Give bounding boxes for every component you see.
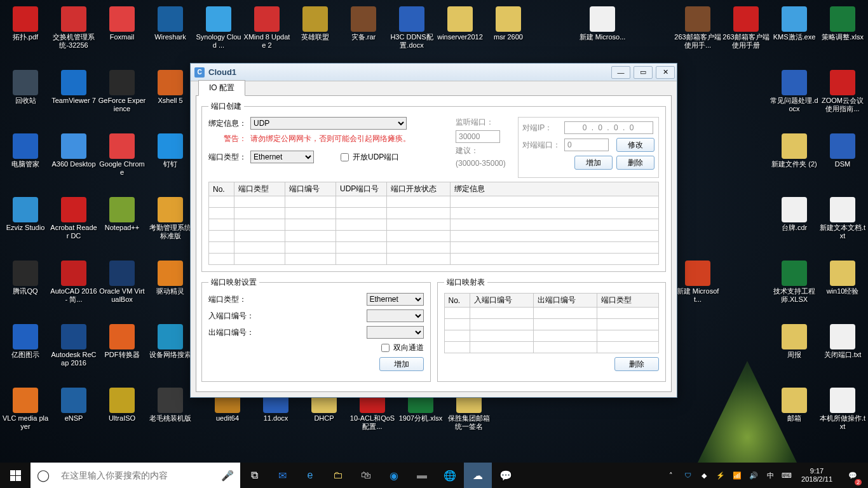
desktop-icon[interactable]: 邮箱 [770,388,818,423]
tray-ime[interactable]: 中 [764,471,776,480]
desktop-icon[interactable]: 263邮箱客户端使用手... [674,6,722,50]
desktop-icon[interactable]: 腾讯QQ [1,261,50,295]
desktop-icon[interactable]: UltraISO [98,388,146,423]
notification-button[interactable]: 💬 2 [841,463,864,488]
peer-ip-input[interactable] [564,121,653,134]
taskbar-explorer[interactable]: 🗀 [324,463,352,488]
desktop-icon[interactable]: eNSP [50,388,98,423]
desktop-icon[interactable]: 老毛桃装机版 [146,388,194,423]
desktop-icon[interactable]: Synology Cloud ... [194,6,243,50]
desktop-icon[interactable]: GeForce Experience [98,70,146,113]
table-row[interactable] [444,308,659,319]
desktop-icon[interactable]: Oracle VM VirtualBox [98,261,146,304]
desktop-icon[interactable]: PDF转换器 [98,324,146,359]
cortana-icon[interactable]: ◯ [31,468,56,482]
mic-icon[interactable]: 🎤 [215,470,240,482]
out-port-select[interactable] [367,326,424,339]
taskbar-app1[interactable]: ▬ [408,463,436,488]
desktop-icon[interactable]: Acrobat Reader DC [50,197,98,240]
desktop-icon[interactable]: Wireshark [146,6,194,41]
table-row[interactable] [209,254,659,265]
maximize-button[interactable]: ▭ [634,66,653,79]
desktop-icon[interactable]: ZOOM云会议使用指南... [818,70,867,113]
desktop-icon[interactable]: 设备网络搜索 [146,324,194,359]
peer-port-input[interactable] [564,139,609,151]
map-port-type-select[interactable]: Ethernet [367,293,424,306]
tray-app-icon[interactable]: ◆ [698,471,710,480]
desktop-icon[interactable]: Autodesk ReCap 2016 [50,324,98,367]
title-bar[interactable]: C Cloud1 — ▭ ✕ [191,64,677,81]
desktop-icon[interactable]: winserver2012 [436,6,484,41]
desktop-icon[interactable]: 策略调整.xlsx [818,6,867,41]
desktop-icon[interactable]: A360 Desktop [50,133,98,168]
desktop-icon[interactable]: 拓扑.pdf [1,6,50,41]
desktop-icon[interactable]: 新建 Microsoft... [674,261,722,304]
desktop-icon[interactable]: 灾备.rar [339,6,388,41]
taskbar-clock[interactable]: 9:17 2018/2/11 [797,467,836,484]
map-add-button[interactable]: 增加 [379,357,424,371]
desktop-icon[interactable]: 钉钉 [146,133,194,168]
table-row[interactable] [209,219,659,231]
close-button[interactable]: ✕ [656,66,675,79]
desktop-icon[interactable]: 电脑管家 [1,133,50,168]
desktop-icon[interactable]: H3C DDNS配置.docx [388,6,436,50]
tray-network-icon[interactable]: ⚡ [715,471,726,480]
taskbar-chrome[interactable]: 🌐 [436,463,464,488]
open-udp-checkbox[interactable] [341,153,349,161]
desktop-icon[interactable]: VLC media player [1,388,50,431]
taskbar-wechat[interactable]: 💬 [492,463,520,488]
desktop-icon[interactable]: win10经验 [818,261,867,295]
desktop-icon[interactable]: 回收站 [1,70,50,105]
desktop-icon[interactable]: 技术支持工程师.XLSX [770,261,818,304]
desktop-icon[interactable]: TeamViewer 7 [50,70,98,105]
taskbar-search[interactable]: ◯ 🎤 [31,463,240,488]
table-row[interactable] [209,242,659,254]
desktop-icon[interactable]: 英雄联盟 [291,6,339,41]
task-view-icon[interactable]: ⧉ [240,463,268,488]
desktop-icon[interactable]: AutoCAD 2016 - 简... [50,261,98,304]
search-input[interactable] [56,463,215,488]
bind-info-select[interactable]: UDP [250,117,407,130]
desktop-icon[interactable]: KMS激活.exe [770,6,818,41]
desktop-icon[interactable]: 亿图图示 [1,324,50,359]
desktop-icon[interactable]: 驱动精灵 [146,261,194,295]
bidirectional-checkbox[interactable] [381,344,390,352]
map-delete-button[interactable]: 删除 [614,357,659,371]
modify-button[interactable]: 修改 [616,138,654,152]
delete-port-button[interactable]: 删除 [616,156,654,170]
tray-wifi-icon[interactable]: 📶 [731,471,743,480]
taskbar-edge[interactable]: e [296,463,324,488]
desktop-icon[interactable]: 常见问题处理.docx [770,70,818,113]
desktop-icon[interactable]: 交换机管理系统-32256 [50,6,98,50]
desktop-icon[interactable]: 新建文本文档.txt [818,197,867,240]
table-row[interactable] [444,319,659,330]
start-button[interactable] [0,463,31,488]
desktop-icon[interactable]: 新建 Microso... [578,6,627,41]
taskbar-cloud1[interactable]: ☁ [464,463,492,488]
desktop-icon[interactable]: Foxmail [98,6,146,41]
minimize-button[interactable]: — [611,66,630,79]
desktop-icon[interactable]: Xshell 5 [146,70,194,105]
tray-keyboard-icon[interactable]: ⌨ [781,471,792,480]
tray-volume-icon[interactable]: 🔊 [748,471,759,480]
desktop-icon[interactable]: Google Chrome [98,133,146,177]
table-row[interactable] [209,196,659,208]
desktop-icon[interactable]: 263邮箱客户端使用手册 [722,6,770,50]
desktop-icon[interactable]: 本机所做操作.txt [818,388,867,431]
table-row[interactable] [209,231,659,242]
taskbar-outlook[interactable]: ✉ [268,463,296,488]
desktop-icon[interactable]: msr 2600 [484,6,532,41]
table-row[interactable] [209,208,659,219]
taskbar-dingtalk[interactable]: ◉ [380,463,408,488]
table-row[interactable] [444,330,659,342]
desktop-icon[interactable]: Notepad++ [98,197,146,232]
port-table[interactable]: No.端口类型端口编号UDP端口号端口开放状态绑定信息 [208,182,659,265]
desktop-icon[interactable]: 关闭端口.txt [818,324,867,359]
port-type-select[interactable]: Ethernet [250,151,314,163]
port-map-table[interactable]: No.入端口编号出端口编号端口类型 [444,293,660,353]
tab-io-config[interactable]: IO 配置 [198,80,245,96]
tray-chevron-up-icon[interactable]: ˄ [665,471,677,480]
in-port-select[interactable] [367,309,424,322]
desktop-icon[interactable]: 周报 [770,324,818,359]
tray-shield-icon[interactable]: 🛡 [682,471,693,479]
